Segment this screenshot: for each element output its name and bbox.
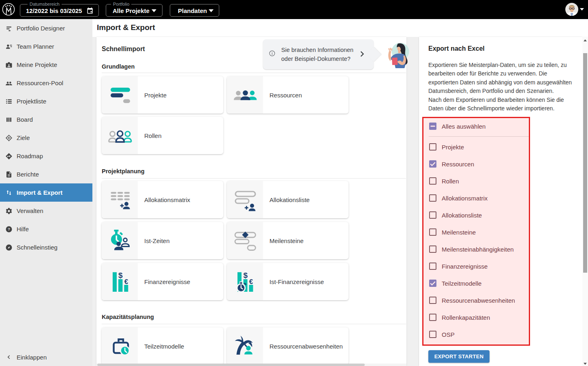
svg-text:€: € (249, 278, 253, 286)
svg-text:$: $ (118, 271, 123, 280)
svg-text:?: ? (8, 227, 10, 231)
svg-text:$: $ (244, 271, 248, 280)
svg-text:€: € (124, 278, 128, 286)
